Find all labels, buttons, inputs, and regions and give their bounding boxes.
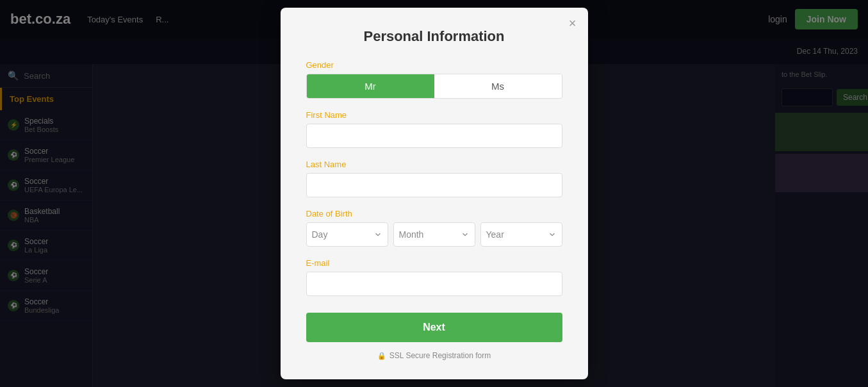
email-input[interactable] bbox=[306, 272, 562, 296]
gender-label: Gender bbox=[306, 60, 562, 70]
email-group: E-mail bbox=[306, 258, 562, 296]
first-name-input[interactable] bbox=[306, 124, 562, 148]
last-name-label: Last Name bbox=[306, 160, 562, 169]
registration-modal: × Personal Information Gender Mr Ms Firs… bbox=[281, 8, 588, 379]
first-name-label: First Name bbox=[306, 110, 562, 120]
email-label: E-mail bbox=[306, 258, 562, 268]
gender-mr-button[interactable]: Mr bbox=[307, 74, 434, 98]
first-name-group: First Name bbox=[306, 110, 562, 148]
dob-group: Date of Birth Day Month Year bbox=[306, 209, 562, 247]
last-name-group: Last Name bbox=[306, 160, 562, 197]
lock-icon: 🔒 bbox=[377, 352, 386, 360]
gender-toggle: Mr Ms bbox=[306, 74, 562, 99]
dob-month-select[interactable]: Month bbox=[393, 222, 475, 247]
ssl-notice: 🔒 SSL Secure Registration form bbox=[306, 351, 562, 360]
gender-ms-button[interactable]: Ms bbox=[434, 74, 562, 98]
next-button[interactable]: Next bbox=[306, 313, 562, 342]
dob-label: Date of Birth bbox=[306, 209, 562, 218]
dob-day-select[interactable]: Day bbox=[306, 222, 388, 247]
modal-overlay: × Personal Information Gender Mr Ms Firs… bbox=[0, 0, 868, 387]
ssl-text: SSL Secure Registration form bbox=[389, 351, 491, 360]
last-name-input[interactable] bbox=[306, 173, 562, 197]
modal-close-button[interactable]: × bbox=[569, 17, 577, 29]
modal-title: Personal Information bbox=[306, 28, 562, 45]
dob-year-select[interactable]: Year bbox=[480, 222, 562, 247]
gender-group: Gender Mr Ms bbox=[306, 60, 562, 99]
dob-row: Day Month Year bbox=[306, 222, 562, 247]
